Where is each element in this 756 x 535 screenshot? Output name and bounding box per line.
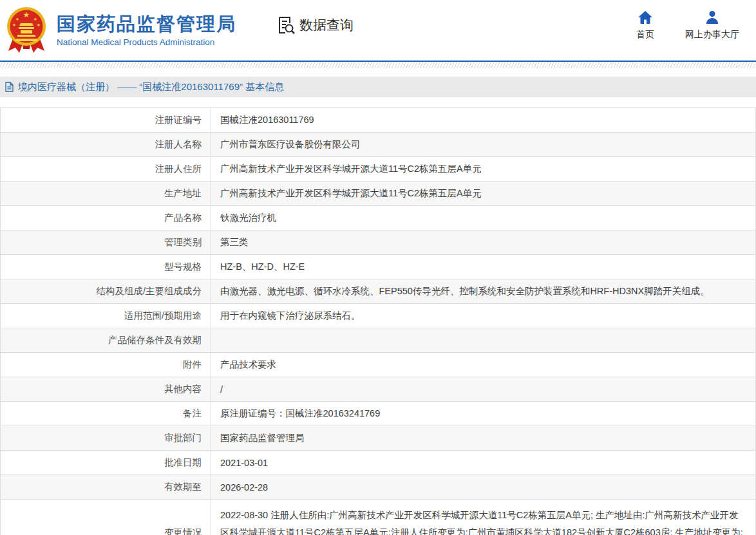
table-row: 附件 产品技术要求 <box>1 353 756 377</box>
svg-text:★: ★ <box>12 23 16 27</box>
table-row: 有效期至 2026-02-28 <box>1 475 756 500</box>
table-row: 型号规格 HZ-B、HZ-D、HZ-E <box>1 255 756 279</box>
national-emblem-icon: ★ ★ ★ ★ ★ <box>5 6 48 54</box>
field-label: 型号规格 <box>1 255 211 279</box>
field-value: 国械注准20163011769 <box>211 108 756 133</box>
table-row: 结构及组成/主要组成成分 由激光器、激光电源、循环水冷系统、FEP550传导光纤… <box>1 279 756 304</box>
page-doc-icon <box>5 82 14 92</box>
table-row: 注册人名称 广州市普东医疗设备股份有限公司 <box>1 133 756 157</box>
nav-item-service-hall[interactable]: 网上办事大厅 <box>685 10 739 41</box>
table-row: 适用范围/预期用途 用于在内窥镜下治疗泌尿系结石。 <box>1 304 756 328</box>
field-value: / <box>211 377 756 402</box>
breadcrumb-bar: 境内医疗器械（注册） —— “国械注准20163011769” 基本信息 <box>0 77 756 97</box>
field-value: 广州高新技术产业开发区科学城开源大道11号C2栋第五层A单元 <box>211 182 756 206</box>
table-row: 审批部门 国家药品监督管理局 <box>1 426 756 451</box>
field-value: 原注册证编号：国械注准20163241769 <box>211 402 756 426</box>
field-label: 适用范围/预期用途 <box>1 304 211 328</box>
field-value: HZ-B、HZ-D、HZ-E <box>211 255 756 279</box>
table-row: 批准日期 2021-03-01 <box>1 451 756 475</box>
org-name-zh: 国家药品监督管理局 <box>57 14 236 35</box>
field-label: 产品名称 <box>1 206 211 230</box>
field-value: 用于在内窥镜下治疗泌尿系结石。 <box>211 304 756 328</box>
svg-text:★: ★ <box>33 17 37 21</box>
field-value: 由激光器、激光电源、循环水冷系统、FEP550传导光纤、控制系统和安全防护装置系… <box>211 279 756 304</box>
field-label: 结构及组成/主要组成成分 <box>1 279 211 304</box>
hatch-band <box>0 62 756 68</box>
table-row: 其他内容 / <box>1 377 756 402</box>
field-value: 广州高新技术产业开发区科学城开源大道11号C2栋第五层A单元 <box>211 157 756 182</box>
field-label: 其他内容 <box>1 377 211 402</box>
field-label: 变更情况 <box>1 500 211 535</box>
field-label: 注册人住所 <box>1 157 211 182</box>
field-label: 备注 <box>1 402 211 426</box>
field-label: 附件 <box>1 353 211 377</box>
field-label: 注册证编号 <box>1 108 211 133</box>
nav-item-label: 首页 <box>636 29 654 41</box>
table-row: 生产地址 广州高新技术产业开发区科学城开源大道11号C2栋第五层A单元 <box>1 182 756 206</box>
field-label: 生产地址 <box>1 182 211 206</box>
field-label: 注册人名称 <box>1 133 211 157</box>
table-row: 产品储存条件及有效期 <box>1 328 756 353</box>
table-row: 管理类别 第三类 <box>1 230 756 255</box>
table-row-change-history: 变更情况 2022-08-30 注册人住所由:广州高新技术产业开发区科学城开源大… <box>1 500 756 535</box>
table-row: 备注 原注册证编号：国械注准20163241769 <box>1 402 756 426</box>
field-value: 产品技术要求 <box>211 353 756 377</box>
site-logo[interactable]: ★ ★ ★ ★ ★ 国家药品监督管理局 National Medical Pro… <box>5 6 236 54</box>
field-value: 国家药品监督管理局 <box>211 426 756 451</box>
svg-text:★: ★ <box>23 10 30 19</box>
field-value <box>211 328 756 353</box>
field-value: 第三类 <box>211 230 756 255</box>
nav-item-label: 网上办事大厅 <box>685 29 739 41</box>
nav-item-home[interactable]: 首页 <box>636 10 654 41</box>
field-value: 2021-03-01 <box>211 451 756 475</box>
field-label: 审批部门 <box>1 426 211 451</box>
table-row: 注册证编号 国械注准20163011769 <box>1 108 756 133</box>
field-value: 2022-08-30 注册人住所由:广州高新技术产业开发区科学城开源大道11号C… <box>211 500 756 535</box>
document-search-icon <box>276 15 296 35</box>
page-title: 境内医疗器械（注册） —— “国械注准20163011769” 基本信息 <box>18 81 284 93</box>
field-value: 钬激光治疗机 <box>211 206 756 230</box>
field-value: 2026-02-28 <box>211 475 756 500</box>
field-label: 批准日期 <box>1 451 211 475</box>
field-label: 产品储存条件及有效期 <box>1 328 211 353</box>
table-row: 注册人住所 广州高新技术产业开发区科学城开源大道11号C2栋第五层A单元 <box>1 157 756 182</box>
data-query-section[interactable]: 数据查询 <box>276 15 354 35</box>
org-name-en: National Medical Products Administration <box>57 37 236 47</box>
field-label: 管理类别 <box>1 230 211 255</box>
user-icon <box>704 10 720 24</box>
registration-detail-table: 注册证编号 国械注准20163011769 注册人名称 广州市普东医疗设备股份有… <box>0 108 756 535</box>
table-row: 产品名称 钬激光治疗机 <box>1 206 756 230</box>
svg-text:★: ★ <box>15 17 19 21</box>
data-query-label: 数据查询 <box>299 16 354 34</box>
home-icon <box>638 10 653 24</box>
brand-text: 国家药品监督管理局 National Medical Products Admi… <box>57 14 236 46</box>
svg-text:★: ★ <box>37 23 41 27</box>
field-value: 广州市普东医疗设备股份有限公司 <box>211 133 756 157</box>
site-header: ★ ★ ★ ★ ★ 国家药品监督管理局 National Medical Pro… <box>0 0 756 61</box>
header-nav: 首页 网上办事大厅 <box>636 10 739 41</box>
field-label: 有效期至 <box>1 475 211 500</box>
